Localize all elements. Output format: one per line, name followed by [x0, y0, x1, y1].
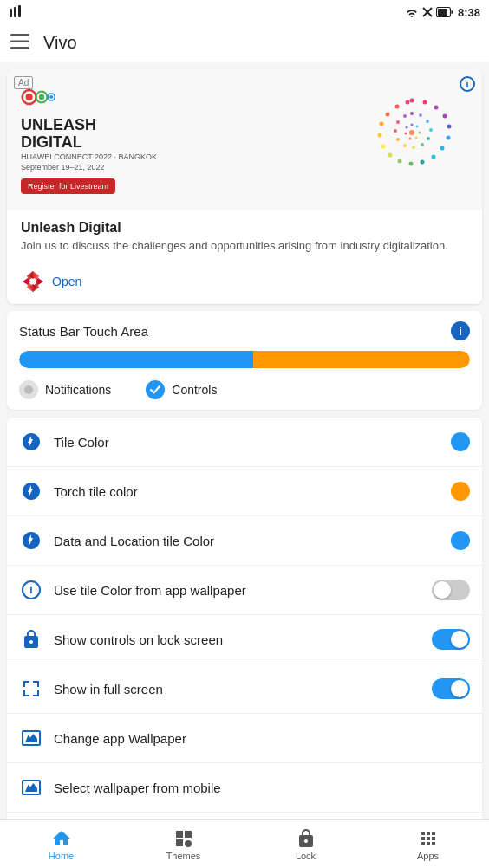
setting-row-use-tile-color-wallpaper[interactable]: iUse tile Color from app wallpaper [7, 565, 482, 614]
svg-point-31 [386, 113, 390, 117]
svg-point-22 [440, 146, 445, 151]
toggle-show-full-screen[interactable] [432, 678, 470, 699]
ad-card-title: Unleash Digital [21, 220, 468, 236]
svg-point-39 [421, 143, 424, 146]
status-icons: 8:38 [405, 6, 480, 19]
color-dot-torch-tile-color[interactable] [451, 482, 470, 501]
svg-point-13 [39, 94, 44, 100]
toggle-show-controls-lock[interactable] [432, 629, 470, 650]
setting-label-data-location-tile-color: Data and Location tile Color [54, 534, 440, 548]
nav-themes[interactable]: Themes [122, 820, 244, 868]
ad-graphic [355, 83, 468, 196]
setting-row-show-full-screen[interactable]: Show in full screen [7, 664, 482, 713]
globe-icon [19, 430, 43, 454]
globe-icon [19, 528, 43, 553]
globe-icon [19, 479, 43, 503]
ad-footer: Open [7, 262, 482, 304]
ad-text-block: UNLEASHDIGITAL HUAWEI CONNECT 2022 · BAN… [21, 85, 355, 195]
notifications-radio[interactable] [19, 380, 38, 399]
svg-point-38 [427, 137, 430, 140]
controls-option[interactable]: Controls [146, 380, 217, 399]
lock-nav-icon [296, 828, 316, 849]
svg-point-33 [406, 100, 410, 105]
setting-label-show-controls-lock: Show controls on lock screen [54, 632, 421, 647]
touch-area-slider[interactable] [19, 351, 470, 368]
svg-point-36 [426, 120, 429, 123]
svg-rect-8 [10, 41, 29, 43]
apps-icon [418, 828, 439, 849]
svg-point-34 [410, 112, 414, 115]
ad-label: Ad [14, 76, 33, 89]
slider-left [19, 351, 253, 368]
info-circle-icon: i [19, 578, 43, 602]
svg-point-40 [412, 146, 415, 149]
color-dot-tile-color[interactable] [451, 432, 470, 451]
svg-point-18 [434, 106, 439, 110]
setting-label-change-wallpaper: Change app Wallpaper [54, 731, 470, 746]
fullscreen-icon [19, 677, 43, 701]
settings-section: Tile ColorTorch tile colorData and Locat… [7, 417, 482, 861]
svg-point-41 [403, 144, 407, 147]
nav-themes-label: Themes [166, 851, 201, 861]
toggle-thumb-use-tile-color-wallpaper [434, 581, 451, 599]
notifications-option[interactable]: Notifications [19, 380, 111, 399]
svg-point-52 [406, 126, 408, 129]
setting-label-tile-color: Tile Color [54, 435, 440, 450]
setting-row-change-wallpaper[interactable]: Change app Wallpaper [7, 713, 482, 762]
ad-logo [21, 85, 349, 112]
time-display: 8:38 [458, 6, 480, 19]
ad-card: Ad i UNLEASHDIGITAL HUAWEI CONNECT [7, 69, 482, 304]
svg-point-30 [380, 122, 384, 126]
section-header: Status Bar Touch Area i [7, 311, 482, 347]
status-bar-section: Status Bar Touch Area i Notifications [7, 311, 482, 410]
nav-apps[interactable]: Apps [367, 820, 489, 868]
toggle-use-tile-color-wallpaper[interactable] [432, 580, 470, 600]
svg-rect-0 [10, 9, 12, 17]
svg-point-46 [411, 124, 414, 126]
svg-point-24 [421, 160, 425, 165]
svg-text:i: i [29, 584, 32, 596]
svg-rect-9 [10, 47, 29, 49]
ad-open-link[interactable]: Open [52, 275, 82, 288]
ad-card-desc: Join us to discuss the challenges and op… [21, 239, 468, 252]
section-title: Status Bar Touch Area [19, 324, 148, 339]
svg-point-43 [394, 129, 397, 133]
svg-point-28 [381, 145, 386, 149]
svg-point-23 [432, 155, 436, 159]
svg-point-26 [398, 159, 402, 164]
color-dot-data-location-tile-color[interactable] [451, 531, 470, 550]
toggle-thumb-show-full-screen [451, 680, 468, 697]
controls-radio[interactable] [146, 380, 165, 399]
setting-row-tile-color[interactable]: Tile Color [7, 417, 482, 466]
nav-home[interactable]: Home [0, 820, 122, 868]
ad-register-button[interactable]: Register for Livestream [21, 178, 115, 194]
ad-sub: HUAWEI CONNECT 2022 · BANGKOK [21, 152, 349, 161]
ad-event-date: September 19–21, 2022 [21, 163, 349, 172]
radio-inner [24, 385, 33, 394]
menu-icon[interactable] [10, 34, 29, 52]
svg-point-21 [447, 136, 451, 140]
setting-row-torch-tile-color[interactable]: Torch tile color [7, 466, 482, 515]
svg-point-37 [429, 128, 433, 132]
svg-point-50 [409, 138, 412, 140]
setting-label-show-full-screen: Show in full screen [54, 682, 421, 696]
svg-point-53 [409, 130, 414, 135]
nav-lock[interactable]: Lock [244, 820, 367, 868]
home-icon [51, 828, 72, 849]
top-bar: Vivo [0, 24, 489, 62]
lock-icon [19, 627, 43, 651]
svg-rect-2 [18, 5, 21, 17]
setting-row-select-wallpaper-mobile[interactable]: Select wallpaper from mobile [7, 762, 482, 812]
setting-row-data-location-tile-color[interactable]: Data and Location tile Color [7, 515, 482, 565]
section-info-icon[interactable]: i [451, 321, 470, 340]
slider-right [253, 351, 470, 368]
svg-point-48 [419, 132, 421, 134]
image-icon [19, 775, 43, 800]
svg-rect-1 [14, 7, 16, 17]
svg-point-27 [388, 153, 393, 158]
ad-headline: UNLEASHDIGITAL [21, 117, 349, 152]
setting-row-show-controls-lock[interactable]: Show controls on lock screen [7, 614, 482, 664]
svg-point-51 [405, 133, 408, 135]
svg-point-32 [395, 105, 400, 109]
image-icon [19, 726, 43, 750]
